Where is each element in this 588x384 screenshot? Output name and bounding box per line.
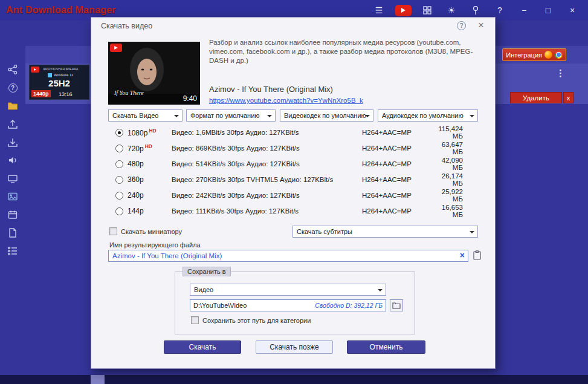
format-dropdown[interactable]: Формат по умолчанию bbox=[186, 109, 276, 122]
quality-size: 63,647 МБ bbox=[431, 141, 478, 155]
download-button[interactable]: Скачать bbox=[164, 340, 241, 354]
playlist-icon[interactable] bbox=[7, 246, 19, 256]
thumb-title: 25H2 bbox=[30, 78, 89, 88]
radio-button[interactable] bbox=[115, 129, 123, 137]
filename-input[interactable] bbox=[108, 250, 468, 262]
action-dropdown[interactable]: Скачать Видео bbox=[108, 109, 183, 122]
quality-option-720p[interactable]: 720pHD Видео: 869KBit/s 30fps Аудио: 127… bbox=[108, 140, 478, 156]
video-codec-value: Видеокодек по умолчанию bbox=[284, 112, 366, 119]
quality-label: 360p bbox=[128, 175, 144, 184]
quality-label: 144p bbox=[128, 207, 144, 215]
sidebar: ? bbox=[0, 21, 25, 375]
clear-filename-icon[interactable]: × bbox=[460, 250, 465, 260]
dialog-help-icon[interactable]: ? bbox=[457, 21, 466, 30]
radio-button[interactable] bbox=[115, 207, 123, 215]
dialog-title: Скачать видео bbox=[101, 22, 152, 30]
subtitles-dropdown[interactable]: Скачать субтитры bbox=[292, 226, 478, 238]
delete-button[interactable]: Удалить bbox=[510, 92, 562, 103]
cancel-button[interactable]: Отменить bbox=[347, 340, 425, 354]
radio-button[interactable] bbox=[115, 145, 123, 152]
list-item-thumbnail[interactable]: ЗАГРУЗОЧНАЯ ФЛЕШКА Windows 11 25H2 1440p… bbox=[29, 65, 89, 100]
youtube-badge-icon bbox=[31, 67, 39, 73]
video-codec-dropdown[interactable]: Видеокодек по умолчанию bbox=[280, 109, 373, 122]
quality-details: Видео: 111KBit/s 30fps Аудио: 127KBit/s bbox=[172, 207, 362, 215]
audio-codec-value: Аудиокодек по умолчанию bbox=[382, 112, 464, 119]
radio-button[interactable] bbox=[115, 192, 123, 200]
upload-icon[interactable] bbox=[7, 119, 19, 129]
quality-codec: H264+AAC=MP bbox=[362, 192, 431, 199]
paste-icon[interactable] bbox=[472, 250, 482, 261]
chrome-icon bbox=[555, 51, 563, 59]
radio-button[interactable] bbox=[115, 176, 123, 184]
download-thumbnail-option[interactable]: Скачать миниатюру bbox=[109, 227, 182, 235]
audio-icon[interactable] bbox=[7, 155, 19, 166]
quality-option-480p[interactable]: 480p Видео: 514KBit/s 30fps Аудио: 127KB… bbox=[108, 156, 478, 172]
image-icon[interactable] bbox=[7, 191, 19, 202]
video-icon[interactable] bbox=[7, 173, 19, 184]
format-dropdown-value: Формат по умолчанию bbox=[190, 112, 260, 119]
youtube-badge-icon bbox=[110, 44, 122, 52]
download-video-dialog: Скачать видео ? × If You There 9:40 Разб… bbox=[91, 17, 496, 369]
category-dropdown[interactable]: Видео bbox=[190, 284, 386, 296]
save-path-label: Сохранить этот путь для категории bbox=[202, 317, 311, 324]
minimize-button[interactable]: − bbox=[512, 0, 536, 21]
download-thumbnail-label: Скачать миниатюру bbox=[121, 228, 182, 235]
quality-codec: H264+AAC=MP bbox=[362, 207, 431, 215]
video-thumbnail: If You There 9:40 bbox=[108, 42, 200, 105]
checkbox[interactable] bbox=[109, 227, 117, 235]
quality-label: 240p bbox=[128, 191, 144, 200]
checkbox[interactable] bbox=[191, 316, 199, 324]
browse-folder-button[interactable] bbox=[390, 299, 403, 311]
close-button[interactable]: × bbox=[560, 0, 584, 21]
integration-button[interactable]: Интеграция bbox=[502, 48, 566, 61]
download-icon[interactable] bbox=[7, 137, 19, 148]
quality-size: 25,922 МБ bbox=[431, 188, 478, 203]
quality-size: 26,174 МБ bbox=[431, 172, 478, 187]
document-icon[interactable] bbox=[7, 227, 19, 238]
schedule-icon[interactable] bbox=[7, 209, 19, 220]
quality-label: 1080p bbox=[128, 129, 147, 137]
app-title: Ant Download Manager bbox=[6, 5, 116, 16]
thumbnail-overlay-text: If You There bbox=[114, 89, 144, 96]
quality-details: Видео: 869KBit/s 30fps Аудио: 127KBit/s bbox=[172, 145, 362, 152]
quality-size: 42,090 МБ bbox=[431, 157, 478, 171]
save-path-input[interactable]: D:\YouTube\Video Свободно D: 392,12 ГБ bbox=[190, 299, 386, 311]
quality-option-240p[interactable]: 240p Видео: 242KBit/s 30fps Аудио: 127KB… bbox=[108, 187, 478, 203]
quality-option-144p[interactable]: 144p Видео: 111KBit/s 30fps Аудио: 127KB… bbox=[108, 203, 478, 219]
filename-label: Имя результирующего файла bbox=[109, 241, 201, 249]
subtitles-dropdown-value: Скачать субтитры bbox=[297, 228, 352, 235]
quality-option-1080p[interactable]: 1080pHD Видео: 1,6MBit/s 30fps Аудио: 12… bbox=[108, 125, 478, 140]
radio-button[interactable] bbox=[115, 160, 123, 168]
category-value: Видео bbox=[194, 286, 213, 293]
taskbar-segment[interactable] bbox=[91, 375, 105, 384]
service-description: Разбор и анализ ссылок наиболее популярн… bbox=[209, 38, 486, 65]
action-dropdown-value: Скачать Видео bbox=[112, 112, 158, 119]
hd-badge: HD bbox=[145, 143, 152, 149]
video-duration: 9:40 bbox=[183, 94, 197, 103]
help-icon[interactable]: ? bbox=[7, 82, 19, 93]
quality-option-360p[interactable]: 360p Видео: 270KBit/s 30fps TVHTML5 Ауди… bbox=[108, 172, 478, 187]
quality-codec: H264+AAC=MP bbox=[362, 129, 431, 136]
quality-size: 115,424 МБ bbox=[431, 125, 478, 140]
dialog-close-icon[interactable]: × bbox=[478, 19, 484, 31]
quality-list: 1080pHD Видео: 1,6MBit/s 30fps Аудио: 12… bbox=[108, 125, 478, 219]
folder-icon[interactable] bbox=[7, 100, 19, 111]
quality-label: 720p bbox=[128, 145, 144, 153]
play-icon bbox=[401, 8, 405, 13]
quality-details: Видео: 1,6MBit/s 30fps Аудио: 127KBit/s bbox=[172, 129, 362, 136]
item-menu-icon[interactable]: ⋮ bbox=[556, 68, 565, 79]
windows-logo-icon bbox=[48, 73, 52, 77]
video-title: Azimov - If You There (Original Mix) bbox=[209, 85, 333, 94]
filename-field: × bbox=[108, 250, 468, 262]
close-item-button[interactable]: x bbox=[563, 92, 573, 103]
save-to-legend: Сохранить в bbox=[183, 267, 231, 276]
video-url-link[interactable]: https://www.youtube.com/watch?v=YwNnXro5… bbox=[209, 97, 363, 104]
save-path-for-category-option[interactable]: Сохранить этот путь для категории bbox=[191, 316, 311, 324]
quality-codec: H264+AAC=MP bbox=[362, 145, 431, 152]
download-later-button[interactable]: Скачать позже bbox=[256, 340, 333, 354]
audio-codec-dropdown[interactable]: Аудиокодек по умолчанию bbox=[378, 109, 478, 122]
dialog-header: Скачать видео ? × bbox=[91, 18, 495, 33]
integration-sites-icon[interactable] bbox=[7, 64, 19, 75]
maximize-button[interactable]: □ bbox=[536, 0, 560, 21]
hd-badge: HD bbox=[149, 128, 156, 134]
